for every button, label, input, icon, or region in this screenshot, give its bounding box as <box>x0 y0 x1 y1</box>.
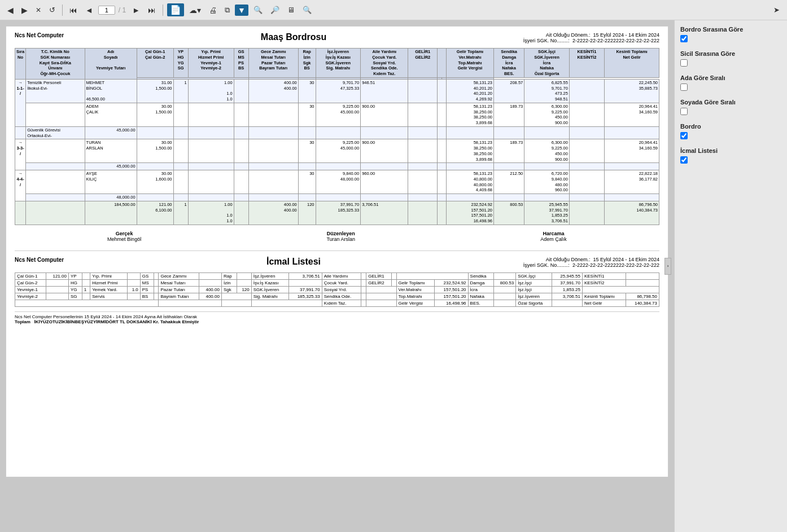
ic-vermat-val: 157,501.20 <box>435 286 468 293</box>
ic-damga-lbl: Damga <box>468 279 493 286</box>
ic-yp-lbl: YP <box>68 272 82 279</box>
next-page-button[interactable]: ► <box>129 5 143 16</box>
ic-gs-lbl: GS <box>140 272 154 279</box>
ic-aile-lbl: Aile Yardımı <box>322 272 361 279</box>
row-cal4: 30.001,600.00 <box>137 170 173 194</box>
ic-izin-lbl: İzin <box>221 279 237 286</box>
row-geltop2: 58,131.2338,250.0038,250.003,899.68 <box>446 103 493 126</box>
r3b-isiv <box>316 163 361 170</box>
ic-yev1-val <box>46 286 69 293</box>
icmal-listesi-title: İcmal Listesi <box>680 147 781 154</box>
duzenleyen-block: Düzenleyen Turan Arslan <box>326 231 355 242</box>
back-button[interactable]: ◀ <box>5 5 16 16</box>
ic-icra-lbl: İcra <box>468 286 493 293</box>
zoom-out-button[interactable]: 🔎 <box>268 5 282 15</box>
r4b-sendika <box>494 194 524 201</box>
row-no3: → 3-3- / <box>15 139 26 170</box>
ada-gore-title: Ada Göre Sıralı <box>680 74 781 81</box>
doc-button[interactable]: 📄 <box>167 3 184 16</box>
ic-yg-val: 1 <box>82 286 90 293</box>
refresh-button[interactable]: ↺ <box>46 5 58 15</box>
row-tc3b <box>26 163 85 170</box>
col-ad: AdıSoyadıYevmiye Tutarı <box>85 49 137 80</box>
nav-arrow[interactable]: › <box>664 258 671 275</box>
ic-blank1 <box>396 272 468 279</box>
ic-isivkaz-val <box>288 279 322 286</box>
forward-button[interactable]: ▶ <box>19 5 30 16</box>
ic-bayram-lbl: Bayram Tutarı <box>159 293 199 300</box>
row-gs3 <box>234 139 248 163</box>
ada-gore-checkbox[interactable] <box>680 83 688 91</box>
tot-rap: 120 <box>298 201 316 225</box>
ic-servis-val <box>127 293 140 300</box>
table-row: 48,000.00 <box>15 194 659 201</box>
r3b-gece <box>248 163 298 170</box>
icmal-row1: Çal Gün-1 121.00 YP Yıp. Primi GS Gece Z… <box>15 272 659 279</box>
r3b-geltop <box>446 163 493 170</box>
r3b-kestop <box>605 163 659 170</box>
page-input[interactable] <box>98 6 115 15</box>
prev-page-button[interactable]: ◄ <box>82 5 96 16</box>
bordro-checkbox[interactable] <box>680 132 688 139</box>
icmal-row2: Çal Gün-2 HG Hizmet Primi MS Mesai Tutar… <box>15 279 659 286</box>
report-title: Maaş Bordrosu <box>64 32 523 42</box>
print-button[interactable]: 🖨 <box>206 5 220 16</box>
soyada-gore-checkbox[interactable] <box>680 108 688 115</box>
filter-button[interactable]: ▼ <box>235 5 248 16</box>
ic-yip-lbl: Yıp. Primi <box>90 272 128 279</box>
tot-yp: 1 <box>173 201 188 225</box>
icmal-period: 15 Eylül 2024 - 14 Ekim 2024 <box>593 257 659 262</box>
col-kesinti1: KESİNTİ1KESİNTİ2 <box>569 49 604 78</box>
ic-izin-val <box>237 279 252 286</box>
sicil-sirasi-checkbox[interactable] <box>680 59 688 67</box>
row-ad3: TURANARSLAN <box>85 139 137 163</box>
ic-blank5 <box>366 293 396 300</box>
sub-blank <box>437 126 446 139</box>
ic-gece-lbl: Gece Zammı <box>159 272 199 279</box>
row-gelir2 <box>408 103 438 126</box>
section-divider <box>15 250 659 251</box>
bordro-sirasi-checkbox[interactable] <box>680 35 688 42</box>
r4b-sgkisci <box>524 194 570 201</box>
close-button[interactable]: ✕ <box>33 5 44 15</box>
r4b-yip <box>188 194 234 201</box>
footer-amount: İKİYÜZOTUZİKİBİNBEŞYÜZYİRMİDÖRT TL DOKSA… <box>34 319 199 324</box>
row-sgkisci4: 6,720.009,840.00480.00960.00 <box>524 170 570 194</box>
period-label: Ait Olduğu Dönem.: <box>546 32 591 38</box>
row-rap4: 30 <box>298 170 316 194</box>
cloud-button[interactable]: ☁▾ <box>186 5 204 16</box>
row-aile3: 900.00 <box>361 139 408 163</box>
last-page-button[interactable]: ⏭ <box>145 5 159 16</box>
icmal-listesi-checkbox[interactable] <box>680 156 688 164</box>
ic-pazar-lbl: Pazar Tutarı <box>159 286 199 293</box>
ic-bayram-val: 400.00 <box>199 293 222 300</box>
ic-gelir2-val <box>391 279 396 286</box>
gercek-block: Gerçek Mehmet Bingöl <box>107 231 141 242</box>
row-gelir4 <box>408 170 438 194</box>
ic-bes-lbl: BES. <box>468 300 493 306</box>
first-page-button[interactable]: ⏮ <box>67 5 80 16</box>
icmal-title: İcmal Listesi <box>64 257 523 267</box>
row-geltop3: 58,131.2338,250.0038,250.003,899.68 <box>446 139 493 163</box>
ic-rap-lbl: Rap <box>221 272 237 279</box>
document: Ncs Net Computer Maaş Bordrosu Ait Olduğ… <box>6 26 668 477</box>
ic-gelir1-lbl: GELİR1 <box>366 272 392 279</box>
ic-isivsgk-val: 37,991.70 <box>552 279 583 286</box>
ic-bs-lbl: BS <box>140 293 154 300</box>
monitor-button[interactable]: 🖥 <box>285 5 298 15</box>
tot-kes1 <box>569 201 604 225</box>
tot-yip: 1.001.01.0 <box>188 201 234 225</box>
row-gelir3 <box>408 139 438 163</box>
ic-hg-val <box>82 279 90 286</box>
copy-button[interactable]: ⧉ <box>222 5 233 16</box>
ic-icra-val <box>493 286 516 293</box>
arrow-out-button[interactable]: ➤ <box>771 5 782 15</box>
search-button[interactable]: 🔍 <box>300 5 314 15</box>
zoom-in-button[interactable]: 🔍 <box>251 5 265 15</box>
sub-sgkisci <box>524 126 570 139</box>
r3b-yip <box>188 163 234 170</box>
ic-kestop-lbl: Kesinti Toplamı <box>582 293 626 300</box>
sub-kes1 <box>569 126 604 139</box>
icmal-meta: Ait Olduğu Dönem.: 15 Eylül 2024 - 14 Ek… <box>523 257 659 268</box>
col-no: Sıra No <box>15 49 26 80</box>
